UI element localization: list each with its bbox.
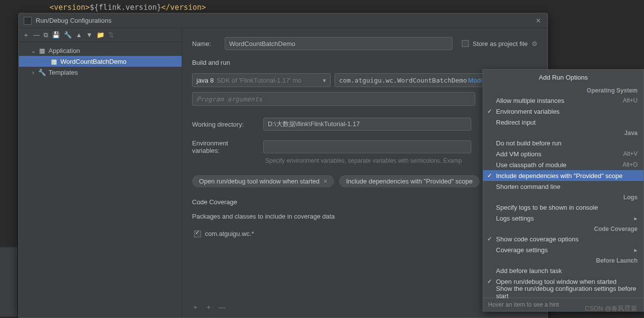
menu-item[interactable]: ✓Environment variables — [483, 106, 644, 117]
menu-section-head: Logs — [483, 192, 644, 202]
jre-value: java 8 — [197, 77, 214, 84]
coverage-toolbar: ＋ ＋ — — [192, 303, 225, 312]
chevron-right-icon: ▸ — [634, 246, 638, 254]
xml-bracket: > — [201, 3, 206, 12]
main-class-value: com.atguigu.wc.WordCountBatchDemo — [339, 77, 467, 84]
remove-icon[interactable]: — — [33, 31, 40, 39]
menu-item[interactable]: Add VM optionsAlt+V — [483, 148, 644, 159]
config-tree-panel: ＋ — ⧉ 💾 🔧 ▲ ▼ 📁 ⇅ ⌄ ▦ Application ▦ — [19, 28, 182, 318]
menu-item-label: Allow multiple instances — [496, 97, 564, 104]
store-as-project-file[interactable]: Store as project file ⚙ — [462, 40, 538, 47]
menu-item-label: Include dependencies with "Provided" sco… — [496, 172, 623, 180]
tree-label: Templates — [49, 69, 78, 76]
application-icon: ▦ — [39, 47, 46, 54]
xml-bracket: < — [50, 3, 54, 12]
xml-tag: version — [54, 3, 85, 12]
env-variables-input[interactable] — [263, 140, 471, 153]
copy-icon[interactable]: ⧉ — [44, 31, 48, 39]
menu-item-label: Add VM options — [496, 150, 542, 158]
coverage-item-label: com.atguigu.wc.* — [205, 230, 254, 237]
chevron-right-icon[interactable]: › — [31, 69, 36, 76]
chip-open-tool-window[interactable]: Open run/debug tool window when started … — [192, 175, 334, 187]
sort-icon[interactable]: ⇅ — [108, 31, 114, 39]
working-dir-input[interactable] — [263, 118, 471, 131]
wrench-icon: 🔧 — [39, 69, 46, 76]
xml-text: ${flink.version} — [90, 3, 161, 12]
jre-select[interactable]: java 8 SDK of 'FlinkTutorial-1.17' mo ▾ — [192, 73, 331, 87]
env-label: Environment variables: — [192, 139, 256, 154]
remove-icon[interactable]: — — [219, 304, 225, 311]
add-icon[interactable]: ＋ — [23, 31, 29, 40]
menu-item[interactable]: Coverage settings▸ — [483, 244, 644, 255]
menu-item[interactable]: Specify logs to be shown in console — [483, 202, 644, 213]
xml-tag: version — [170, 3, 201, 12]
close-icon[interactable]: × — [534, 16, 543, 25]
menu-item-hotkey: Alt+O — [623, 161, 638, 168]
close-icon[interactable]: × — [324, 178, 328, 185]
menu-item[interactable]: Add before launch task — [483, 265, 644, 276]
menu-item-label: Show code coverage options — [496, 235, 579, 243]
menu-item[interactable]: Allow multiple instancesAlt+U — [483, 95, 644, 106]
tree-node-wordcount[interactable]: ▦ WordCountBatchDemo — [19, 56, 182, 67]
config-tree: ⌄ ▦ Application ▦ WordCountBatchDemo › 🔧… — [19, 42, 182, 78]
menu-item-hotkey: Alt+U — [623, 97, 638, 104]
check-icon: ✓ — [487, 235, 492, 242]
menu-item[interactable]: Do not build before run — [483, 137, 644, 148]
add-class-icon[interactable]: ＋ — [192, 303, 198, 312]
menu-item[interactable]: Use classpath of moduleAlt+O — [483, 159, 644, 170]
menu-item[interactable]: Logs settings▸ — [483, 213, 644, 224]
modify-options-menu: Add Run Options Operating SystemAllow mu… — [483, 69, 644, 312]
save-icon[interactable]: 💾 — [52, 31, 60, 39]
menu-item[interactable]: Redirect input — [483, 117, 644, 128]
program-arguments-input[interactable]: Program arguments — [192, 92, 475, 106]
menu-item-label: Specify logs to be shown in console — [496, 204, 598, 211]
menu-section-head: Before Launch — [483, 255, 644, 265]
tree-node-templates[interactable]: › 🔧 Templates — [19, 67, 182, 78]
dialog-title: Run/Debug Configurations — [36, 17, 534, 24]
menu-title: Add Run Options — [483, 70, 644, 85]
name-input[interactable] — [225, 37, 452, 50]
program-arguments-placeholder: Program arguments — [197, 95, 262, 103]
menu-item-label: Coverage settings — [496, 246, 548, 254]
tree-label: Application — [49, 47, 80, 54]
menu-item-label: Shorten command line — [496, 183, 560, 190]
menu-item-label: Use classpath of module — [496, 161, 566, 169]
name-row: Name: Store as project file ⚙ — [192, 37, 538, 50]
tree-node-application[interactable]: ⌄ ▦ Application — [19, 45, 182, 56]
menu-item-label: Show the run/debug configuration setting… — [496, 285, 638, 300]
menu-item[interactable]: Show the run/debug configuration setting… — [483, 287, 644, 298]
tree-toolbar: ＋ — ⧉ 💾 🔧 ▲ ▼ 📁 ⇅ — [19, 28, 182, 42]
gear-icon[interactable]: ⚙ — [532, 40, 538, 47]
chevron-down-icon: ▾ — [323, 77, 326, 84]
chip-label: Open run/debug tool window when started — [199, 178, 320, 185]
build-and-run-heading: Build and run — [192, 59, 538, 66]
chip-provided-scope[interactable]: Include dependencies with "Provided" sco… — [339, 175, 480, 187]
menu-section-head: Operating System — [483, 85, 644, 95]
xml-bracket: </ — [161, 3, 170, 12]
watermark: CSDN @春风霓裳 — [585, 304, 637, 313]
up-icon[interactable]: ▲ — [76, 31, 82, 39]
dialog-body: ＋ — ⧉ 💾 🔧 ▲ ▼ 📁 ⇅ ⌄ ▦ Application ▦ — [19, 28, 547, 318]
working-dir-label: Working directory: — [192, 121, 256, 128]
checkbox-icon[interactable] — [462, 40, 469, 47]
menu-item[interactable]: Shorten command line — [483, 181, 644, 192]
add-package-icon[interactable]: ＋ — [205, 303, 212, 312]
chevron-right-icon: ▸ — [634, 215, 638, 222]
tree-label: WordCountBatchDemo — [60, 58, 126, 65]
menu-item[interactable]: ✓Show code coverage options — [483, 233, 644, 244]
menu-item-label: Redirect input — [496, 119, 536, 126]
name-label: Name: — [192, 40, 218, 47]
checkbox-checked-icon[interactable] — [194, 230, 201, 237]
folder-icon[interactable]: 📁 — [97, 31, 104, 39]
chevron-down-icon[interactable]: ⌄ — [31, 47, 36, 54]
menu-item[interactable]: ✓Include dependencies with "Provided" sc… — [483, 170, 644, 181]
settings-icon[interactable]: 🔧 — [64, 31, 72, 39]
menu-item-label: Logs settings — [496, 215, 534, 222]
dialog-titlebar: Run/Debug Configurations × — [19, 13, 547, 28]
menu-section-head: Java — [483, 128, 644, 137]
run-config-icon: ▦ — [50, 58, 57, 65]
menu-section-head: Code Coverage — [483, 224, 644, 233]
check-icon: ✓ — [487, 172, 492, 179]
xml-bracket: > — [85, 3, 90, 12]
down-icon[interactable]: ▼ — [86, 31, 93, 39]
